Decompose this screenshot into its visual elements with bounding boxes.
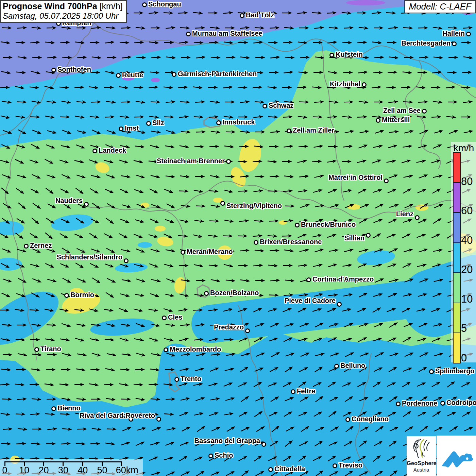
legend-segment bbox=[454, 333, 460, 363]
city-label: Bienno bbox=[57, 404, 81, 412]
legend-tick-label: 20 bbox=[461, 264, 473, 275]
city-marker bbox=[208, 454, 213, 458]
city-label: Imst bbox=[125, 124, 139, 132]
city-label: Mezzolombardo bbox=[170, 345, 221, 353]
city-marker bbox=[181, 250, 185, 255]
city-label: Cittadella bbox=[274, 465, 305, 473]
city-label: Meran/Merano bbox=[187, 248, 233, 256]
city-label: Cles bbox=[168, 313, 182, 321]
mountain-cloud-icon bbox=[439, 440, 474, 472]
city-marker bbox=[337, 302, 342, 307]
legend-segment bbox=[454, 272, 460, 303]
city-label: Pieve di Cadore bbox=[285, 297, 336, 305]
city-label: Lienz bbox=[396, 210, 413, 218]
city-marker bbox=[345, 417, 350, 422]
city-label: Bruneck/Brunico bbox=[301, 221, 356, 228]
city-label: Brixen/Bressanone bbox=[260, 238, 322, 246]
city-label: Codroipo bbox=[446, 399, 476, 407]
city-label: Rovereto bbox=[125, 412, 155, 420]
city-label: Nauders bbox=[55, 197, 83, 205]
city-label: Predazzo bbox=[214, 323, 244, 331]
city-marker bbox=[245, 328, 250, 333]
city-marker bbox=[24, 244, 29, 249]
city-label: Matrei in Osttirol bbox=[328, 174, 382, 182]
city-label: Reutte bbox=[122, 71, 143, 79]
title-unit: [km/h] bbox=[97, 1, 123, 11]
legend-tick-label: 80 bbox=[461, 176, 473, 187]
legend-color-bar bbox=[453, 152, 461, 363]
city-marker bbox=[306, 277, 311, 282]
city-marker bbox=[142, 2, 147, 7]
city-marker bbox=[84, 202, 89, 207]
forecast-datetime: Samstag, 05.07.2025 18:00 Uhr bbox=[3, 11, 123, 21]
city-label: Bormio bbox=[70, 291, 94, 299]
city-marker bbox=[287, 129, 291, 133]
legend-segment bbox=[454, 242, 460, 273]
city-label: Innsbruck bbox=[222, 118, 255, 126]
city-marker bbox=[291, 389, 295, 394]
city-marker bbox=[146, 121, 151, 126]
city-marker bbox=[92, 149, 97, 153]
city-label: Zernez bbox=[30, 242, 52, 250]
city-marker bbox=[422, 109, 427, 114]
legend-segment bbox=[454, 212, 460, 242]
city-marker bbox=[254, 240, 258, 245]
city-marker bbox=[119, 126, 123, 131]
city-marker bbox=[268, 467, 273, 472]
city-marker bbox=[124, 258, 129, 263]
city-marker bbox=[334, 364, 339, 369]
city-marker bbox=[162, 316, 167, 320]
city-marker bbox=[240, 13, 244, 18]
city-label: Cortina d'Ampezzo bbox=[312, 275, 374, 283]
city-label: Riva del Garda bbox=[80, 412, 127, 420]
city-label: Spilimbergo bbox=[435, 367, 475, 375]
city-label: Schio bbox=[215, 452, 233, 459]
geosphere-logo-text: GeoSphere bbox=[407, 460, 436, 467]
city-label: Treviso bbox=[339, 461, 362, 469]
city-label: Kufstein bbox=[336, 51, 363, 58]
city-label: Pordenone bbox=[402, 400, 437, 407]
legend-segment bbox=[454, 153, 460, 182]
city-marker bbox=[440, 401, 445, 406]
city-label: Tirano bbox=[40, 345, 61, 353]
city-marker bbox=[34, 347, 39, 352]
city-marker bbox=[174, 377, 179, 382]
legend-tick-label: 0 bbox=[461, 353, 467, 363]
legend-segment bbox=[454, 303, 460, 333]
city-marker bbox=[216, 120, 221, 125]
city-label: Hallein bbox=[442, 30, 465, 37]
city-label: Bozen/Bolzano bbox=[210, 289, 259, 297]
geosphere-contour-icon bbox=[409, 438, 433, 459]
title-box: Prognose Wind 700hPa [km/h] Samstag, 05.… bbox=[0, 0, 127, 23]
city-label: Landeck bbox=[99, 147, 126, 154]
city-label: Trento bbox=[181, 375, 201, 383]
city-label: Feltre bbox=[297, 387, 315, 395]
city-marker bbox=[366, 233, 371, 238]
city-label: Silz bbox=[152, 119, 164, 127]
city-label: Berchtesgaden bbox=[402, 39, 451, 47]
city-label: Schlanders/Silandro bbox=[57, 253, 122, 261]
legend-tick-label: 10 bbox=[461, 294, 473, 304]
city-label: Schongau bbox=[148, 0, 181, 8]
city-marker bbox=[329, 53, 334, 57]
city-label: Kitzbühel bbox=[330, 80, 360, 88]
geosphere-logo: GeoSphere Austria bbox=[407, 436, 436, 476]
city-marker bbox=[220, 201, 225, 206]
legend-segment bbox=[454, 182, 460, 213]
city-marker bbox=[186, 32, 191, 36]
city-marker bbox=[429, 369, 434, 374]
city-label: Zell am Ziller bbox=[293, 126, 334, 134]
city-marker bbox=[396, 402, 401, 406]
city-marker bbox=[333, 463, 337, 468]
city-marker bbox=[376, 118, 380, 123]
city-label: Steinach am Brenner bbox=[157, 157, 225, 165]
legend-tick-label: 40 bbox=[461, 235, 473, 245]
city-label: Bad Tölz bbox=[246, 11, 274, 19]
city-marker bbox=[415, 215, 420, 220]
city-label: Belluno bbox=[340, 362, 365, 370]
city-marker bbox=[295, 223, 300, 227]
city-label: Sillian bbox=[344, 234, 364, 242]
city-label: Garmisch-Partenkirchen bbox=[178, 70, 257, 78]
city-marker bbox=[64, 293, 69, 298]
legend-tick-label: 5 bbox=[461, 323, 467, 334]
